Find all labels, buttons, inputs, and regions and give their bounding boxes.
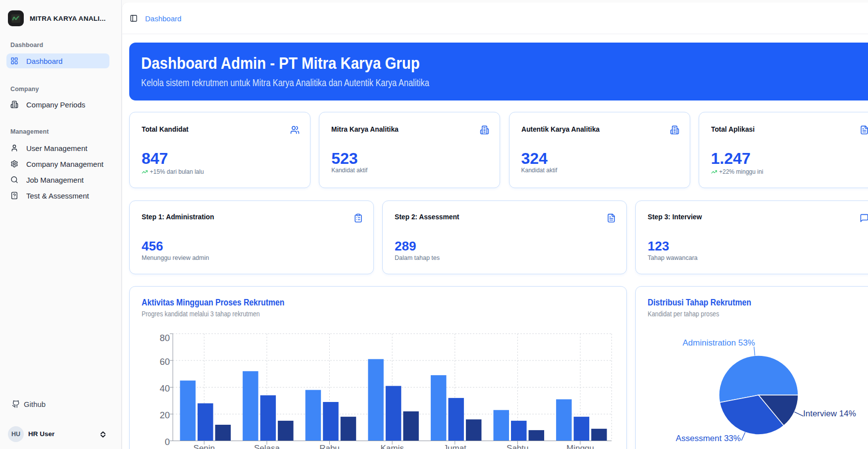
svg-text:Assessment 33%: Assessment 33% <box>676 434 741 443</box>
svg-text:Selasa: Selasa <box>254 444 280 449</box>
svg-text:Sabtu: Sabtu <box>507 444 528 449</box>
svg-text:Minggu: Minggu <box>566 444 594 449</box>
svg-text:80: 80 <box>159 333 170 343</box>
svg-text:0: 0 <box>165 437 170 447</box>
svg-text:Rabu: Rabu <box>319 444 340 449</box>
svg-text:60: 60 <box>159 356 170 367</box>
svg-text:Administration 53%: Administration 53% <box>683 338 755 348</box>
svg-text:Senin: Senin <box>194 444 215 449</box>
svg-text:Interview 14%: Interview 14% <box>803 409 856 418</box>
svg-text:20: 20 <box>159 410 170 420</box>
svg-text:40: 40 <box>159 383 170 394</box>
svg-text:Kamis: Kamis <box>380 444 404 449</box>
svg-text:Jumat: Jumat <box>444 444 467 449</box>
